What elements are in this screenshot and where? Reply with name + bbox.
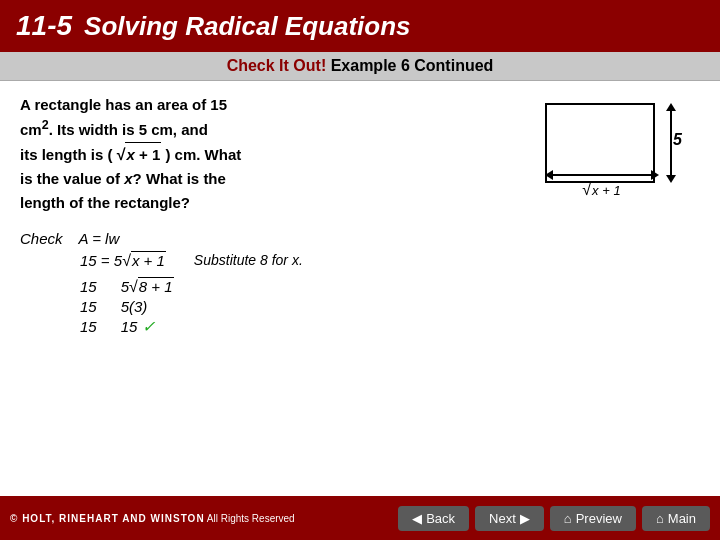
problem-text: A rectangle has an area of 15 cm2. Its w…	[20, 93, 514, 214]
check-it-out-label: Check It Out!	[227, 57, 327, 74]
back-label: Back	[426, 511, 455, 526]
footer-copyright: © HOLT, RINEHART AND WINSTON All Rights …	[10, 513, 295, 524]
eq-row3-right: 15 ✓	[121, 316, 182, 337]
check-label: Check	[20, 230, 63, 247]
check-section: Check A = lw 15 = 5√x + 1 Substitute 8 f…	[20, 230, 514, 337]
footer: © HOLT, RINEHART AND WINSTON All Rights …	[0, 496, 720, 540]
eq-row1-right: 5√8 + 1	[121, 276, 182, 297]
eq-row-2: 15 5(3)	[80, 297, 182, 316]
eq-row1-left: 15	[80, 276, 105, 297]
next-label: Next	[489, 511, 516, 526]
example-label: Example 6 Continued	[331, 57, 494, 74]
next-arrow-icon: ▶	[520, 511, 530, 526]
eq-row1-sep	[105, 276, 121, 297]
check-row: Check A = lw	[20, 230, 514, 247]
nav-buttons: ◀ Back Next ▶ ⌂ Preview ⌂ Main	[398, 506, 710, 531]
home-icon: ⌂	[564, 511, 572, 526]
eq-row3-sep	[105, 316, 121, 337]
horiz-line	[553, 174, 651, 176]
back-button[interactable]: ◀ Back	[398, 506, 469, 531]
header-title: Solving Radical Equations	[84, 11, 411, 42]
sqrt-x1-inline: √x + 1	[117, 146, 166, 163]
eq-row-3: 15 15 ✓	[80, 316, 182, 337]
eq-row3-left: 15	[80, 316, 105, 337]
eq-row2-left: 15	[80, 297, 105, 316]
back-arrow-icon: ◀	[412, 511, 422, 526]
formula: A = lw	[79, 230, 120, 247]
arrow-up-icon	[666, 103, 676, 111]
header: 11-5 Solving Radical Equations	[0, 0, 720, 52]
preview-label: Preview	[576, 511, 622, 526]
dim-right-label: 5	[673, 131, 682, 149]
main-button[interactable]: ⌂ Main	[642, 506, 710, 531]
dim-bottom-label: √x + 1	[582, 181, 621, 199]
arrow-right-icon	[651, 170, 659, 180]
subheader: Check It Out! Example 6 Continued	[0, 52, 720, 81]
right-column: 5 √x + 1	[530, 93, 700, 488]
substitute-text: Substitute 8 for x.	[194, 252, 303, 268]
vert-line	[670, 111, 672, 175]
eq-row2-sep	[105, 297, 121, 316]
page: 11-5 Solving Radical Equations Check It …	[0, 0, 720, 540]
arrow-down-icon	[666, 175, 676, 183]
equation-table: 15 5√8 + 1 15 5(3) 15	[80, 276, 182, 337]
left-column: A rectangle has an area of 15 cm2. Its w…	[20, 93, 514, 488]
main-label: Main	[668, 511, 696, 526]
arrow-left-icon	[545, 170, 553, 180]
brand-name: © HOLT, RINEHART AND WINSTON	[10, 513, 205, 524]
eq-row2-right: 5(3)	[121, 297, 182, 316]
preview-button[interactable]: ⌂ Preview	[550, 506, 636, 531]
rectangle-diagram: 5 √x + 1	[545, 103, 685, 203]
main-home-icon: ⌂	[656, 511, 664, 526]
header-number: 11-5	[16, 10, 72, 42]
dim-bottom-group: √x + 1	[545, 170, 659, 199]
equation-block: 15 = 5√x + 1 Substitute 8 for x. 15 5√8 …	[80, 251, 514, 337]
eq-main: 15 = 5√x + 1	[80, 251, 166, 270]
rights-text: All Rights Reserved	[207, 513, 295, 524]
main-content: A rectangle has an area of 15 cm2. Its w…	[0, 81, 720, 496]
dim-bottom-arrow	[545, 170, 659, 180]
main-equation-row: 15 = 5√x + 1 Substitute 8 for x.	[80, 251, 514, 270]
next-button[interactable]: Next ▶	[475, 506, 544, 531]
eq-row-1: 15 5√8 + 1	[80, 276, 182, 297]
